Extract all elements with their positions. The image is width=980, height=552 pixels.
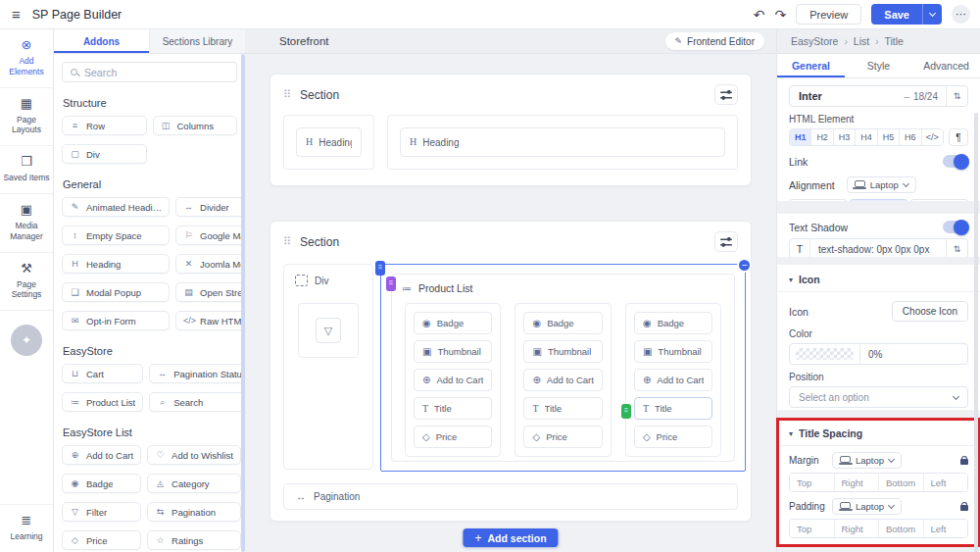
column-1[interactable]: H Heading [283, 115, 374, 170]
addon-card-divider[interactable]: ↔Divider [175, 197, 245, 217]
addon-card-price[interactable]: ◇Price [62, 530, 141, 550]
margin-link-lock-icon[interactable] [960, 459, 968, 465]
pagination-addon[interactable]: ↔ Pagination [283, 483, 738, 510]
padding-right-input[interactable] [834, 520, 879, 537]
text-shadow-toggle[interactable] [943, 221, 968, 233]
thumbnail-addon[interactable]: ▣Thumbnail [523, 340, 602, 363]
product-list-drag-handle[interactable]: ⠿ [386, 276, 396, 291]
section-2[interactable]: ⠿ Section Div ▽ [270, 221, 752, 522]
tab-addons[interactable]: Addons [54, 29, 149, 53]
align-left-button[interactable] [789, 199, 847, 201]
heading-addon[interactable]: H Heading [296, 127, 362, 157]
rail-item-learning[interactable]: ≣ Learning [0, 504, 53, 552]
addon-card-opt-in-form[interactable]: ✉Opt-in Form [62, 311, 170, 330]
settings-scrollbar[interactable] [974, 113, 978, 552]
addon-card-animated-heading[interactable]: ✎Animated Headi… [62, 197, 170, 217]
addon-card-cart[interactable]: ⊔Cart [62, 364, 143, 383]
option-h5[interactable]: H5 [877, 129, 899, 145]
option-h1[interactable]: H1 [790, 129, 810, 145]
addon-card-badge[interactable]: ◉Badge [62, 474, 141, 493]
section-settings-button[interactable] [714, 84, 738, 105]
addon-card-category[interactable]: ◬Category [147, 474, 241, 493]
drag-handle-icon[interactable]: ⠿ [283, 89, 291, 100]
collapse-column-button[interactable]: − [737, 258, 752, 273]
margin-left-input[interactable] [923, 474, 968, 491]
selected-column[interactable]: ⠿ − ⠿ ≔ Product List ◉Badge ▣Th [380, 264, 746, 472]
column-2[interactable]: H Heading [387, 115, 738, 170]
undo-icon[interactable]: ↶ [754, 8, 765, 22]
title-addon[interactable]: TTitle [523, 397, 602, 420]
frontend-editor-button[interactable]: ✎ Frontend Editor [665, 32, 764, 50]
rail-item-media-manager[interactable]: ▣ Media Manager [0, 194, 53, 253]
alignment-device-select[interactable]: Laptop [847, 176, 916, 193]
addon-card-div[interactable]: ▢Div [62, 144, 147, 164]
tab-advanced[interactable]: Advanced [912, 54, 980, 77]
redo-icon[interactable]: ↷ [774, 8, 786, 22]
title-spacing-header[interactable]: ▾ Title Spacing [789, 425, 968, 439]
option-h3[interactable]: H3 [833, 129, 855, 145]
icon-section-header[interactable]: ▾ Icon [789, 271, 968, 285]
rail-item-saved-items[interactable]: ❒ Saved Items [0, 146, 53, 194]
search-input[interactable] [84, 67, 228, 78]
padding-left-input[interactable] [923, 520, 968, 537]
align-center-button[interactable] [850, 199, 907, 201]
thumbnail-addon[interactable]: ▣Thumbnail [634, 340, 712, 363]
heading-addon[interactable]: H Heading [400, 127, 725, 157]
color-field[interactable]: 0% [789, 343, 968, 365]
tab-sections-library[interactable]: Sections Library [149, 29, 245, 53]
rail-item-page-layouts[interactable]: ▦ Page Layouts [0, 88, 53, 147]
more-options-button[interactable]: ⋯ [952, 5, 970, 24]
padding-top-input[interactable] [790, 520, 834, 537]
div-column[interactable]: Div ▽ [283, 264, 373, 470]
tab-general[interactable]: General [777, 54, 845, 77]
addon-card-modal-popup[interactable]: ❑Modal Popup [62, 282, 170, 302]
price-addon[interactable]: ◇Price [414, 426, 492, 448]
text-shadow-field[interactable]: T text-shadow: 0px 0px 0px ⇅ [789, 238, 968, 257]
typography-expand-button[interactable]: ⇅ [946, 86, 967, 106]
preview-button[interactable]: Preview [796, 4, 861, 25]
title-addon-selected[interactable]: ⠿ TTitle [634, 397, 712, 420]
addon-card-add-to-cart[interactable]: ⊕Add to Cart [62, 445, 141, 465]
column-drag-handle[interactable]: ⠿ [375, 261, 385, 276]
choose-icon-button[interactable]: Choose Icon [892, 301, 968, 322]
rail-item-page-settings[interactable]: ⚒ Page Settings [0, 253, 53, 312]
price-addon[interactable]: ◇Price [523, 426, 602, 448]
text-shadow-expand-button[interactable]: ⇅ [946, 239, 967, 257]
padding-bottom-input[interactable] [878, 520, 923, 537]
addons-scrollbar[interactable] [241, 54, 245, 552]
addon-card-columns[interactable]: ◫Columns [153, 116, 238, 135]
add-to-cart-addon[interactable]: ⊕Add to Cart [414, 369, 492, 391]
margin-device-select[interactable]: Laptop [832, 452, 902, 469]
addon-card-add-to-wishlist[interactable]: ♡Add to Wishlist [147, 445, 241, 465]
option-h6[interactable]: H6 [899, 129, 920, 145]
addon-card-google-map[interactable]: ⚐Google Map [175, 226, 245, 245]
color-swatch[interactable] [790, 344, 860, 364]
save-button[interactable]: Save [871, 4, 922, 25]
font-field[interactable]: Inter – 18/24 ⇅ [789, 85, 968, 107]
add-to-cart-addon[interactable]: ⊕Add to Cart [523, 369, 602, 391]
breadcrumb-list[interactable]: List [854, 35, 869, 47]
padding-device-select[interactable]: Laptop [832, 498, 902, 515]
addon-card-pagination[interactable]: ⇆Pagination [147, 502, 241, 522]
add-to-cart-addon[interactable]: ⊕Add to Cart [634, 369, 712, 391]
addon-card-search[interactable]: ⌕Search [149, 392, 245, 412]
user-avatar[interactable]: ✦ [11, 325, 42, 356]
rail-item-add-elements[interactable]: ⊗ Add Elements [0, 29, 53, 88]
option-h4[interactable]: H4 [855, 129, 876, 145]
badge-addon[interactable]: ◉Badge [634, 312, 712, 334]
product-list-container[interactable]: ⠿ ≔ Product List ◉Badge ▣Thumbnail ⊕Add … [391, 274, 735, 462]
addon-card-raw-html[interactable]: </>Raw HTML [175, 311, 245, 330]
margin-right-input[interactable] [834, 474, 879, 491]
addon-card-product-list[interactable]: ≔Product List [62, 392, 143, 412]
addon-card-joomla-module[interactable]: ✕Joomla Module [175, 254, 245, 274]
option-code[interactable]: </> [921, 129, 943, 145]
title-addon[interactable]: TTitle [414, 397, 492, 420]
save-dropdown-button[interactable] [922, 4, 942, 25]
save-split-button[interactable]: Save [871, 4, 942, 25]
filter-addon[interactable]: ▽ [298, 303, 359, 358]
title-drag-handle[interactable]: ⠿ [621, 404, 631, 419]
hamburger-menu-icon[interactable]: ≡ [12, 6, 21, 23]
tab-style[interactable]: Style [845, 54, 912, 77]
align-right-button[interactable] [910, 199, 968, 201]
section-settings-button[interactable] [714, 231, 738, 252]
